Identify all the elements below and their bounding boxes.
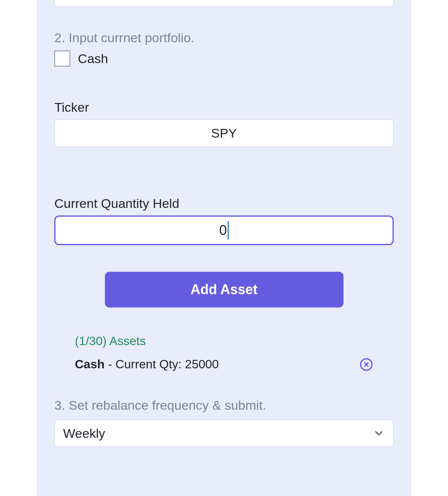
asset-name: Cash [75,357,104,371]
frequency-selected-value: Weekly [63,426,373,441]
step2-heading: 2. Input currnet portfolio. [54,30,394,45]
ticker-input[interactable] [54,119,394,147]
cash-checkbox-label: Cash [78,51,108,66]
asset-qty-value: 25000 [185,357,219,371]
add-asset-button[interactable]: Add Asset [105,272,344,307]
chevron-down-icon [373,427,385,439]
quantity-input[interactable]: 0 [54,216,394,245]
frequency-select[interactable]: Weekly [54,420,394,447]
cash-checkbox[interactable] [54,51,70,67]
remove-asset-icon[interactable] [359,358,373,371]
text-cursor [228,221,229,239]
asset-row-text: Cash - Current Qty: 25000 [75,357,219,371]
asset-row: Cash - Current Qty: 25000 [75,357,373,371]
step3-heading: 3. Set rebalance frequency & submit. [54,398,394,413]
form-panel: 2. Input currnet portfolio. Cash Ticker … [37,0,411,496]
asset-qty-label: - Current Qty: [104,357,185,371]
ticker-field-group: Ticker [54,100,394,147]
quantity-label: Current Quantity Held [54,196,394,211]
cash-checkbox-row: Cash [54,51,394,67]
ticker-label: Ticker [54,100,394,115]
prior-input-remnant[interactable] [54,0,394,7]
assets-list: (1/30) Assets Cash - Current Qty: 25000 [54,334,394,371]
quantity-value: 0 [219,222,227,238]
quantity-field-group: Current Quantity Held 0 [54,196,394,245]
assets-count-label: (1/30) Assets [75,334,373,348]
